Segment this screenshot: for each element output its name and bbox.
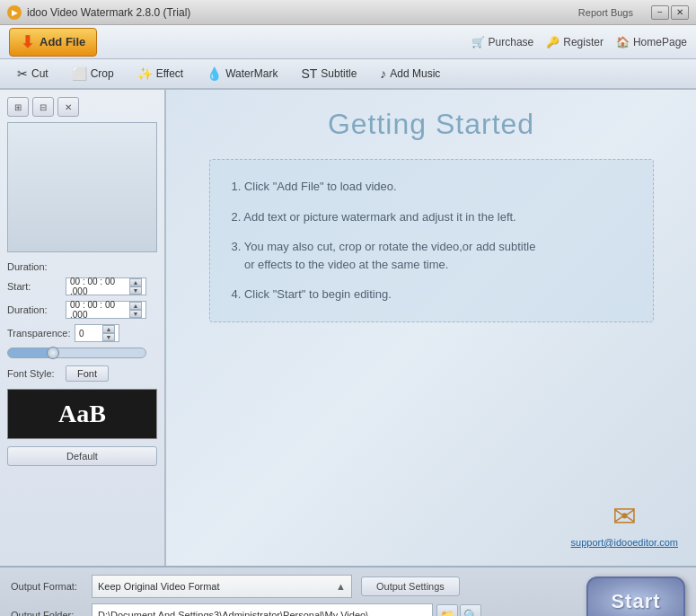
output-format-label: Output Format: bbox=[11, 581, 92, 592]
output-folder-input[interactable]: D:\Document And Settings3\Administrator\… bbox=[92, 603, 433, 616]
font-style-label: Font Style: bbox=[7, 368, 66, 379]
output-format-select[interactable]: Keep Original Video Format ▲ bbox=[92, 575, 352, 598]
font-preview: AaB bbox=[7, 389, 157, 439]
scissors-icon: ✂ bbox=[17, 66, 28, 81]
title-bar: ▶ idoo Video Watermark 2.8.0 (Trial) Rep… bbox=[0, 0, 696, 25]
bottom-wrapper: Output Format: Keep Original Video Forma… bbox=[0, 566, 696, 616]
toolbar: ✂ Cut ⬜ Crop ✨ Effect 💧 WaterMark ST Sub… bbox=[0, 59, 696, 90]
preview-box bbox=[7, 122, 157, 252]
watermark-tool-button[interactable]: 💧 WaterMark bbox=[197, 62, 287, 85]
start-button[interactable]: Start bbox=[586, 576, 685, 616]
envelope-icon: ✉ bbox=[571, 499, 678, 533]
transparence-row: Transparence: 0 ▲ ▼ bbox=[7, 324, 157, 342]
cut-tool-button[interactable]: ✂ Cut bbox=[7, 62, 58, 85]
effect-tool-button[interactable]: ✨ Effect bbox=[128, 62, 193, 85]
crop-tool-button[interactable]: ⬜ Crop bbox=[62, 62, 124, 85]
duration-spin-up[interactable]: ▲ bbox=[129, 302, 142, 310]
duration-row: Duration: 00 : 00 : 00 .000 ▲ ▼ bbox=[7, 301, 157, 319]
left-panel: ⊞ ⊟ ✕ Duration: Start: 00 : 00 : 00 .000… bbox=[0, 90, 166, 566]
duration-time-input[interactable]: 00 : 00 : 00 .000 ▲ ▼ bbox=[66, 301, 146, 319]
start-time-input[interactable]: 00 : 00 : 00 .000 ▲ ▼ bbox=[66, 277, 146, 295]
step-3: 3. You may also cut, crop or rotate the … bbox=[232, 238, 631, 273]
start-spin-down[interactable]: ▼ bbox=[129, 286, 142, 295]
font-preview-text: AaB bbox=[58, 400, 106, 428]
transparence-input[interactable]: 0 ▲ ▼ bbox=[75, 324, 119, 342]
main-area: ⊞ ⊟ ✕ Duration: Start: 00 : 00 : 00 .000… bbox=[0, 90, 696, 566]
add-music-tool-button[interactable]: ♪ Add Music bbox=[370, 62, 450, 85]
app-title: idoo Video Watermark 2.8.0 (Trial) bbox=[27, 6, 190, 19]
transparence-label: Transparence: bbox=[7, 328, 75, 339]
output-settings-button[interactable]: Output Settings bbox=[361, 576, 460, 596]
slider-row bbox=[7, 348, 157, 358]
search-folder-button[interactable]: 🔍 bbox=[460, 604, 481, 616]
panel-controls: ⊞ ⊟ ✕ bbox=[7, 97, 157, 117]
purchase-link[interactable]: 🛒 Purchase bbox=[471, 36, 534, 48]
report-bugs-link[interactable]: Report Bugs bbox=[578, 7, 633, 18]
minimize-button[interactable]: − bbox=[651, 5, 669, 20]
output-folder-label: Output Folder: bbox=[11, 610, 92, 616]
format-dropdown-icon: ▲ bbox=[336, 581, 346, 592]
font-button[interactable]: Font bbox=[66, 365, 109, 382]
subtitle-tool-button[interactable]: ST Subtitle bbox=[291, 62, 366, 85]
watermark-icon: 💧 bbox=[207, 66, 222, 81]
output-format-row: Output Format: Keep Original Video Forma… bbox=[11, 575, 685, 598]
app-icon: ▶ bbox=[7, 5, 22, 20]
duration-field-label: Duration: bbox=[7, 304, 66, 315]
menu-bar: ⬇ Add File 🛒 Purchase 🔑 Register 🏠 HomeP… bbox=[0, 25, 696, 59]
music-icon: ♪ bbox=[380, 66, 386, 81]
support-area: ✉ support@idooeditor.com bbox=[571, 499, 678, 548]
close-button[interactable]: ✕ bbox=[671, 5, 689, 20]
duration-section: Duration: bbox=[7, 261, 157, 272]
duration-spin-down[interactable]: ▼ bbox=[129, 310, 142, 318]
home-icon: 🏠 bbox=[616, 36, 630, 48]
steps-box: 1. Click "Add File" to load video. 2. Ad… bbox=[209, 159, 654, 322]
effect-icon: ✨ bbox=[137, 66, 153, 81]
duration-label: Duration: bbox=[7, 261, 66, 272]
right-panel: Getting Started 1. Click "Add File" to l… bbox=[166, 90, 696, 566]
getting-started-title: Getting Started bbox=[328, 108, 534, 141]
panel-ctrl-btn-2[interactable]: ⊟ bbox=[32, 97, 54, 117]
trans-spin-down[interactable]: ▼ bbox=[102, 333, 115, 341]
trans-spin-up[interactable]: ▲ bbox=[102, 325, 115, 333]
start-row: Start: 00 : 00 : 00 .000 ▲ ▼ bbox=[7, 277, 157, 295]
add-file-button[interactable]: ⬇ Add File bbox=[9, 28, 97, 57]
crop-icon: ⬜ bbox=[72, 66, 87, 81]
register-link[interactable]: 🔑 Register bbox=[546, 36, 603, 48]
step-1: 1. Click "Add File" to load video. bbox=[232, 178, 631, 196]
panel-close-btn[interactable]: ✕ bbox=[57, 97, 79, 117]
register-icon: 🔑 bbox=[546, 36, 559, 48]
purchase-icon: 🛒 bbox=[471, 36, 485, 48]
folder-buttons: 📁 🔍 bbox=[436, 604, 481, 616]
browse-folder-button[interactable]: 📁 bbox=[436, 604, 458, 616]
step-2: 2. Add text or picture watermark and adj… bbox=[232, 208, 631, 226]
support-email-link[interactable]: support@idooeditor.com bbox=[571, 537, 678, 548]
start-spin-up[interactable]: ▲ bbox=[129, 278, 142, 286]
transparence-slider[interactable] bbox=[7, 348, 146, 358]
panel-ctrl-btn-1[interactable]: ⊞ bbox=[7, 97, 29, 117]
step-4: 4. Click "Start" to begin editing. bbox=[232, 286, 631, 304]
font-style-row: Font Style: Font bbox=[7, 365, 157, 382]
subtitle-icon: ST bbox=[301, 66, 317, 81]
default-button[interactable]: Default bbox=[7, 446, 157, 466]
add-file-icon: ⬇ bbox=[21, 32, 34, 52]
output-folder-row: Output Folder: D:\Document And Settings3… bbox=[11, 603, 685, 616]
start-label: Start: bbox=[7, 281, 66, 292]
slider-thumb[interactable] bbox=[47, 347, 59, 359]
start-button-label: Start bbox=[611, 590, 660, 613]
homepage-link[interactable]: 🏠 HomePage bbox=[616, 36, 687, 48]
